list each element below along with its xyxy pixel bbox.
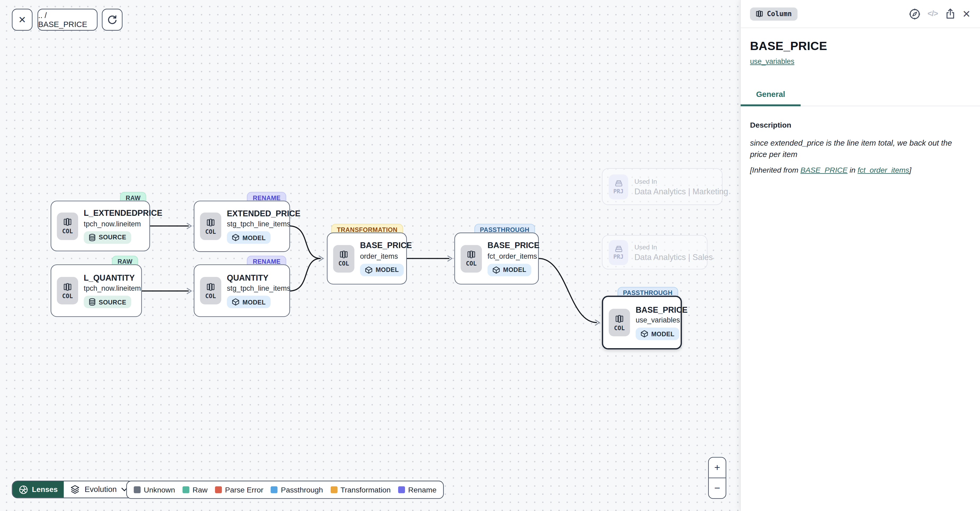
legend-item: Raw (182, 486, 207, 494)
node-base-price-use-variables[interactable]: PASSTHROUGH COL BASE_PRICE use_variables (602, 296, 682, 350)
model-cube-icon (232, 298, 239, 306)
node-title: L_QUANTITY (84, 273, 135, 283)
node-base-price-fct-order-items[interactable]: PASSTHROUGH COL BASE_PRICE fct_order_ite… (454, 232, 539, 284)
explore-compass-button[interactable] (909, 8, 921, 20)
inherited-column-link[interactable]: BASE_PRICE (800, 166, 848, 175)
panel-header: Column </> (741, 0, 980, 28)
inherited-note: [Inherited from BASE_PRICE in fct_order_… (750, 166, 970, 175)
column-chip: COL (200, 213, 221, 240)
model-cube-icon (232, 234, 239, 241)
column-chip: COL (57, 277, 78, 304)
node-l-quantity[interactable]: RAW COL L_QUANTITY tpch_now.lineitem (51, 264, 142, 317)
lens-select-evolution[interactable]: Evolution (64, 481, 134, 498)
database-icon (89, 234, 95, 241)
legend-item: Transformation (330, 486, 390, 494)
project-icon (614, 244, 623, 253)
columns-icon (206, 218, 215, 227)
node-base-price-order-items[interactable]: TRANSFORMATION COL BASE_PRICE order_item… (327, 232, 407, 284)
share-button[interactable] (945, 8, 955, 19)
node-title: L_EXTENDEDPRICE (84, 209, 162, 218)
legend-item: Passthrough (271, 486, 323, 494)
model-cube-icon (641, 330, 648, 337)
refresh-button[interactable] (102, 9, 123, 31)
kind-badge: MODEL (488, 263, 531, 276)
legend-item: Rename (398, 486, 436, 494)
node-subtitle: tpch_now.lineitem (84, 285, 141, 292)
lens-bar: Lenses Evolution (12, 481, 134, 498)
node-title: BASE_PRICE (636, 305, 687, 315)
compass-icon (909, 8, 921, 20)
columns-icon (63, 218, 72, 226)
project-icon (614, 179, 623, 187)
node-title: BASE_PRICE (488, 241, 539, 251)
node-l-extendedprice[interactable]: RAW COL L_EXTENDEDPRICE tpch_now.lineite… (51, 201, 150, 251)
zoom-in-button[interactable]: + (709, 457, 725, 478)
column-chip: COL (200, 277, 221, 304)
description-body: since extended_price is the line item to… (750, 138, 970, 160)
used-in-label: Used In (634, 177, 728, 185)
node-subtitle: order_items (360, 252, 398, 260)
kind-badge: MODEL (227, 231, 271, 244)
close-icon: ✕ (962, 8, 971, 20)
legend-swatch-passthrough (271, 486, 278, 493)
node-extended-price[interactable]: RENAME COL EXTENDED_PRICE stg_tpch_line_… (194, 201, 290, 252)
columns-icon (339, 250, 348, 259)
legend-swatch-parse-error (215, 486, 222, 493)
lenses-button[interactable]: Lenses (13, 481, 64, 498)
used-in-card-sales: PRJ Used In Data Analytics | Sales (602, 235, 708, 269)
node-title: BASE_PRICE (360, 241, 412, 251)
model-cube-icon (492, 266, 500, 274)
layers-icon (70, 484, 80, 495)
node-title: EXTENDED_PRICE (227, 209, 301, 219)
kind-badge: MODEL (360, 263, 404, 276)
kind-badge: SOURCE (84, 296, 131, 308)
app-root: ✕ .. / BASE_PRICE PRJ Used In Data Analy… (0, 0, 980, 511)
column-chip: COL (609, 309, 630, 336)
inherited-model-link[interactable]: fct_order_items (858, 166, 909, 175)
used-in-label: Used In (634, 243, 713, 250)
close-panel-button[interactable]: ✕ (962, 8, 971, 20)
columns-icon (756, 10, 763, 18)
used-in-card-marketing: PRJ Used In Data Analytics | Marketing (602, 168, 723, 205)
panel-title: BASE_PRICE (750, 40, 970, 53)
active-tab-indicator (741, 104, 801, 106)
share-icon (945, 8, 955, 19)
node-subtitle: stg_tpch_line_items (227, 285, 290, 292)
tab-general[interactable]: General (741, 85, 801, 106)
node-subtitle: tpch_now.lineitem (84, 220, 141, 227)
legend-item: Parse Error (215, 486, 263, 494)
code-icon: </> (928, 9, 938, 18)
node-quantity[interactable]: RENAME COL QUANTITY stg_tpch_line_items (194, 264, 290, 317)
legend-swatch-unknown (134, 486, 140, 493)
legend-swatch-transformation (330, 486, 337, 493)
node-subtitle: use_variables (636, 317, 680, 324)
details-panel: Column </> (740, 0, 980, 511)
close-icon: ✕ (18, 14, 26, 25)
kind-badge: MODEL (636, 328, 679, 340)
kind-badge: SOURCE (84, 231, 131, 244)
lens-legend: Unknown Raw Parse Error Passthrough Tran… (126, 481, 444, 499)
model-link[interactable]: use_variables (750, 57, 794, 65)
project-chip: PRJ (609, 240, 628, 264)
legend-item: Unknown (134, 486, 175, 494)
description-heading: Description (750, 121, 970, 129)
columns-icon (63, 282, 72, 291)
legend-swatch-rename (398, 486, 405, 493)
column-chip: COL (57, 212, 78, 240)
code-view-button[interactable]: </> (928, 9, 938, 18)
entity-kind-badge: Column (750, 7, 797, 21)
panel-tabs: General (741, 85, 980, 106)
columns-icon (615, 314, 624, 323)
breadcrumb[interactable]: .. / BASE_PRICE (38, 9, 98, 31)
lenses-aperture-icon (19, 485, 28, 494)
project-chip: PRJ (609, 174, 628, 199)
columns-icon (467, 250, 476, 259)
zoom-out-button[interactable]: − (709, 478, 725, 498)
used-in-project: Data Analytics | Sales (634, 252, 713, 262)
column-chip: COL (461, 245, 482, 272)
database-icon (89, 298, 95, 306)
kind-badge: MODEL (227, 296, 271, 308)
used-in-project: Data Analytics | Marketing (634, 187, 728, 196)
node-title: QUANTITY (227, 273, 269, 283)
close-lineage-button[interactable]: ✕ (12, 9, 33, 31)
